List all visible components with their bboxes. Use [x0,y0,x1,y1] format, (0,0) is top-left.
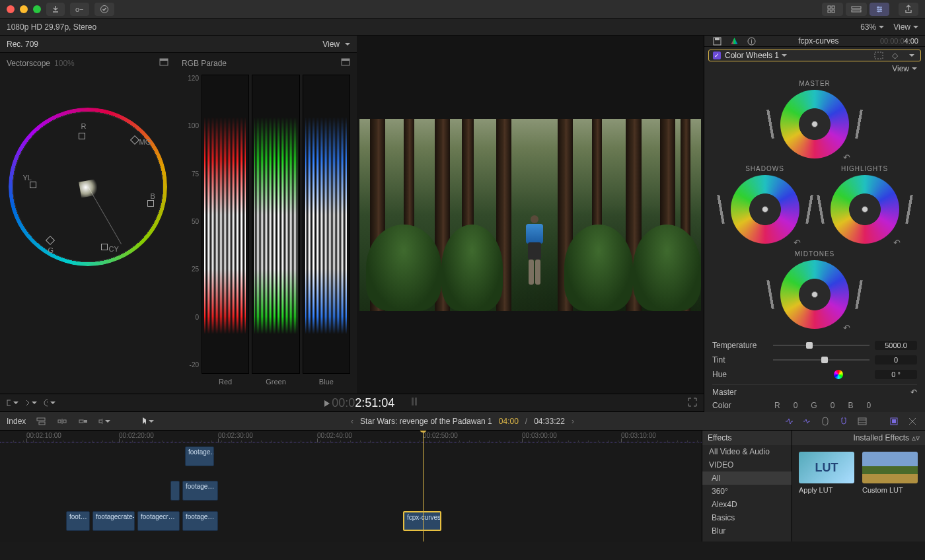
solo-icon[interactable] [819,416,831,427]
svg-rect-27 [63,420,66,423]
hue-rotary[interactable] [834,370,843,379]
temperature-slider[interactable] [773,345,870,346]
timeline-clip[interactable]: footagecrate-… [92,511,135,531]
reset-icon[interactable]: ↶ [843,153,850,162]
ruler-tick: 00:03:10:00 [621,432,656,439]
reset-icon[interactable]: ↶ [910,388,917,397]
effects-category[interactable]: All [702,472,792,485]
svg-rect-14 [7,400,11,405]
color-wheel-midtones[interactable] [780,260,849,329]
skimming-icon[interactable] [782,416,794,427]
import-button[interactable] [46,3,65,16]
timeline-ruler[interactable]: 00:02:10:0000:02:20:0000:02:30:0000:02:4… [0,431,702,442]
color-wheel-highlights[interactable] [831,175,899,244]
keyword-button[interactable]: o− [70,3,89,16]
effect-header[interactable]: ✓ Color Wheels 1 ◇ [708,50,921,61]
svg-rect-1 [828,6,831,9]
retime-menu[interactable] [44,398,56,408]
effects-category[interactable]: Basics [702,511,792,524]
hue-value[interactable]: 0 ° [875,370,917,379]
effects-filter-dropdown[interactable]: Installed Effects [854,433,910,442]
share-button[interactable] [899,3,918,16]
zoom-window-icon[interactable] [33,5,41,13]
keyframe-icon[interactable]: ◇ [889,50,901,61]
svg-rect-31 [102,419,102,424]
timeline-layout-menu[interactable] [7,398,18,408]
color-label: Color [712,401,768,410]
reset-icon[interactable]: ↶ [843,323,850,333]
inspector-toggle-button[interactable] [870,3,889,16]
save-effect-icon[interactable] [711,36,723,46]
inspector-clip-duration: 00:00:04:00 [880,37,918,45]
timeline-toggle-button[interactable] [846,3,867,16]
connect-clip-icon[interactable] [35,416,47,427]
fullscreen-icon[interactable] [688,398,697,409]
color-rgb-values[interactable]: R0 G0 B0 [774,401,871,410]
effect-item[interactable]: Custom LUT [862,452,918,494]
reset-icon[interactable]: ↶ [794,238,801,248]
scope-settings-icon[interactable] [341,58,350,68]
effect-item[interactable]: LUTApply LUT [799,452,854,494]
timeline-clip[interactable]: footage… [182,481,218,501]
transitions-browser-toggle[interactable] [906,416,918,427]
minimize-window-icon[interactable] [20,5,28,13]
inspector-view-dropdown[interactable]: View [892,64,917,73]
timeline-clip[interactable]: fcpx-curves [403,511,441,531]
reset-icon[interactable]: ↶ [893,238,901,248]
zoom-dropdown[interactable]: 63% [860,22,884,32]
tint-slider[interactable] [773,359,870,361]
timeline[interactable]: 00:02:10:0000:02:20:0000:02:30:0000:02:4… [0,431,702,542]
effect-name-dropdown[interactable]: Color Wheels 1 [725,51,869,60]
color-wheel-shadows[interactable] [731,175,799,244]
parade-y-axis: 120 100 75 50 25 0 -20 [182,75,199,368]
timeline-clip[interactable]: foot… [66,511,90,531]
browser-toggle-button[interactable] [822,3,843,16]
audio-meters-icon[interactable] [411,396,419,409]
temperature-value[interactable]: 5000.0 [875,341,917,350]
timeline-index-button[interactable]: Index [7,417,26,426]
effects-category[interactable]: All Video & Audio [702,445,792,458]
effects-category[interactable]: VIDEO [702,458,792,472]
select-tool[interactable] [142,416,154,427]
snapping-icon[interactable] [838,416,850,427]
timeline-clip[interactable]: footage… [182,511,218,531]
color-wheel-master[interactable] [780,90,849,158]
info-tab-icon[interactable]: i [745,36,757,46]
project-title[interactable]: Star Wars: revenge of the Padawan 1 [360,417,492,426]
timeline-clip[interactable]: footage… [185,446,214,466]
trim-tool-menu[interactable] [25,398,37,408]
video-scopes-panel: Rec. 709 View Vectorscope 100% [0,36,357,394]
audio-skimming-icon[interactable] [801,416,813,427]
viewer[interactable] [357,36,704,394]
playhead[interactable] [423,431,424,542]
background-tasks-button[interactable] [94,3,114,16]
effect-reset-menu[interactable] [905,50,916,61]
scopes-view-dropdown[interactable]: View [322,40,350,49]
target-b: B [151,192,155,200]
timecode-display[interactable]: 00:02:51:04 [332,396,402,409]
mask-icon[interactable] [873,50,885,61]
effects-category[interactable]: Blur [702,524,792,538]
project-position: 04:00 [499,417,519,426]
overwrite-clip-icon[interactable] [98,416,110,427]
hue-row: Hue 0 ° [712,367,917,382]
viewer-view-dropdown[interactable]: View [893,22,918,32]
effects-category[interactable]: Alex4D [702,498,792,511]
ruler-tick: 00:02:50:00 [423,432,458,439]
scope-settings-icon[interactable] [159,58,168,68]
append-clip-icon[interactable] [77,416,89,427]
timeline-clip[interactable]: footagecr… [137,511,180,531]
close-window-icon[interactable] [7,5,15,13]
effect-enable-checkbox[interactable]: ✓ [713,52,721,59]
timeline-clip[interactable] [170,481,180,501]
ruler-tick: 00:02:30:00 [218,432,253,439]
effects-browser-toggle[interactable] [888,416,900,427]
target-yl: YL [23,174,32,182]
insert-clip-icon[interactable] [56,416,68,427]
effects-category[interactable]: 360° [702,485,792,498]
color-tab-icon[interactable] [728,36,740,46]
tint-value[interactable]: 0 [875,355,917,365]
lane-icon[interactable] [856,416,868,427]
effect-label: Custom LUT [862,486,918,494]
play-icon[interactable] [324,400,330,407]
